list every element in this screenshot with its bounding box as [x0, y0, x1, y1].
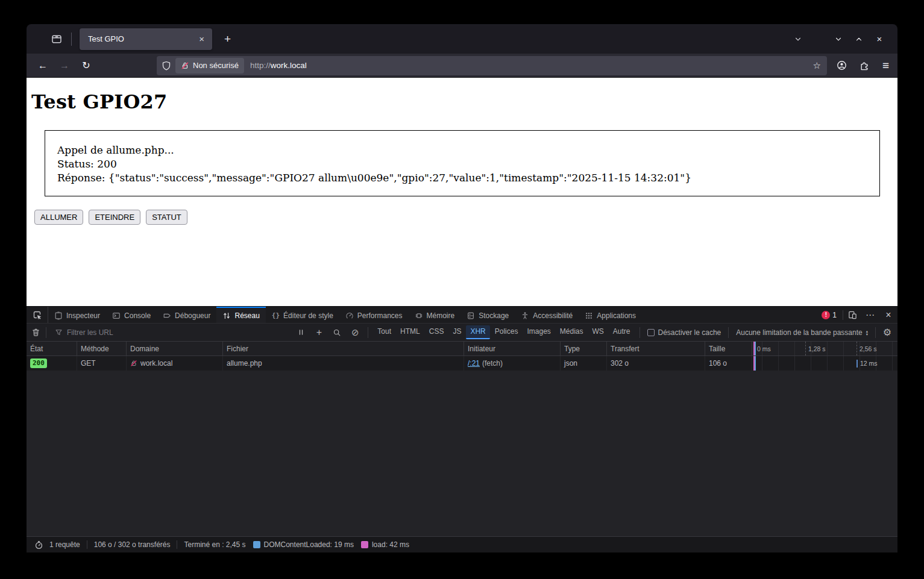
column-header-fichier[interactable]: Fichier: [223, 342, 464, 355]
tracking-protection-shield-icon[interactable]: [162, 61, 171, 70]
pause-recording-button[interactable]: [292, 328, 310, 336]
column-header-taille[interactable]: Taille: [705, 342, 752, 355]
request-row[interactable]: 200 GET work.local allume.php /:21 (fetc…: [27, 356, 897, 371]
devtools-tab-stockage[interactable]: Stockage: [460, 307, 515, 323]
window-minimize-button[interactable]: [834, 34, 843, 44]
devtools-tab-memoire[interactable]: Mémoire: [409, 307, 461, 323]
new-request-button[interactable]: +: [310, 327, 328, 338]
chevron-down-icon: [834, 35, 843, 43]
back-button[interactable]: ←: [34, 57, 52, 74]
pick-element-button[interactable]: [27, 307, 48, 323]
cell-taille: 106 o: [705, 356, 752, 371]
tab-label: Stockage: [479, 311, 509, 320]
url-text: http://work.local: [250, 61, 307, 70]
extensions-button[interactable]: [860, 60, 870, 70]
filter-autre[interactable]: Autre: [609, 325, 635, 339]
waterfall-header[interactable]: 0 ms 1,28 s 2,56 s: [752, 342, 897, 355]
allumer-button[interactable]: ALLUMER: [34, 210, 83, 225]
responsive-design-mode-button[interactable]: [843, 310, 861, 319]
filter-medias[interactable]: Médias: [556, 325, 588, 339]
eteindre-button[interactable]: ETEINDRE: [89, 210, 140, 225]
filter-ws[interactable]: WS: [588, 325, 608, 339]
column-header-methode[interactable]: Méthode: [77, 342, 127, 355]
devtools-panel: Inspecteur Console Débogueur: [27, 306, 897, 552]
transferred-summary: 106 o / 302 o transférés: [94, 540, 171, 549]
cell-domaine: work.local: [127, 356, 223, 371]
security-chip[interactable]: Non sécurisé: [175, 58, 244, 74]
separator: [875, 327, 876, 338]
load-time[interactable]: load: 42 ms: [372, 540, 409, 549]
timeline-mark-0: 0 ms: [757, 342, 771, 355]
devtools-tab-accessibilite[interactable]: Accessibilité: [515, 307, 579, 323]
disable-cache-checkbox[interactable]: [647, 329, 655, 336]
throttling-dropdown[interactable]: Aucune limitation de la bande passante ▴…: [736, 328, 868, 337]
window-maximize-button[interactable]: [854, 34, 864, 44]
performance-icon: [345, 311, 354, 320]
filter-tout[interactable]: Tout: [373, 325, 395, 339]
desktop-background: Test GPIO × + × ← → ↻: [0, 0, 924, 579]
devtools-tab-applications[interactable]: Applications: [579, 307, 642, 323]
filter-css[interactable]: CSS: [425, 325, 448, 339]
block-requests-button[interactable]: ⊘: [346, 327, 364, 338]
list-all-tabs-button[interactable]: [794, 35, 802, 43]
account-icon: [837, 60, 847, 70]
filter-xhr[interactable]: XHR: [466, 325, 489, 339]
column-header-transfert[interactable]: Transfert: [607, 342, 705, 355]
reload-button[interactable]: ↻: [77, 57, 95, 74]
filter-polices[interactable]: Polices: [491, 325, 523, 339]
initiator-link[interactable]: /:21: [468, 359, 480, 368]
account-button[interactable]: [837, 60, 847, 70]
column-header-etat[interactable]: État: [27, 342, 77, 355]
forward-button[interactable]: →: [55, 57, 74, 74]
disable-cache-control[interactable]: Désactiver le cache: [647, 328, 721, 337]
status-badge: 200: [30, 358, 47, 368]
url-filter-input[interactable]: Filtrer les URL: [48, 328, 292, 337]
page-content: Test GPIO27 Appel de allume.php... Statu…: [27, 78, 897, 306]
tab-label: Accessibilité: [533, 311, 573, 320]
filter-js[interactable]: JS: [448, 325, 465, 339]
devtools-tab-console[interactable]: Console: [106, 307, 157, 323]
column-header-domaine[interactable]: Domaine: [127, 342, 223, 355]
new-tab-button[interactable]: +: [221, 33, 234, 46]
devtools-more-menu-button[interactable]: ⋯: [861, 310, 879, 321]
network-settings-button[interactable]: ⚙: [877, 327, 897, 338]
insecure-lock-icon: [130, 360, 137, 367]
window-close-button[interactable]: ×: [875, 34, 884, 44]
statut-button[interactable]: STATUT: [146, 210, 187, 225]
column-header-type[interactable]: Type: [561, 342, 607, 355]
lock-insecure-icon: [181, 61, 189, 70]
devtools-tab-debogueur[interactable]: Débogueur: [157, 307, 216, 323]
timeline-mark-1: 1,28 s: [805, 342, 826, 355]
devtools-tab-performances[interactable]: Performances: [339, 307, 409, 323]
clear-requests-button[interactable]: [27, 328, 45, 337]
domcontentloaded-time[interactable]: DOMContentLoaded: 19 ms: [264, 540, 354, 549]
devtools-tab-reseau[interactable]: Réseau: [216, 307, 265, 323]
accessibility-icon: [521, 311, 529, 320]
page-title: Test GPIO27: [31, 90, 897, 113]
select-arrows-icon: ▴▾: [866, 330, 868, 336]
url-bar[interactable]: Non sécurisé http://work.local ☆: [157, 56, 827, 75]
devtools-tab-editeur-de-style[interactable]: {} Éditeur de style: [266, 307, 339, 323]
url-host: work.local: [271, 61, 307, 70]
app-menu-button[interactable]: ≡: [882, 60, 889, 71]
firefox-view-button[interactable]: [51, 33, 63, 45]
browser-window: Test GPIO × + × ← → ↻: [27, 24, 897, 552]
devtools-tab-inspecteur[interactable]: Inspecteur: [48, 307, 106, 323]
column-header-initiateur[interactable]: Initiateur: [464, 342, 561, 355]
cell-etat: 200: [27, 356, 77, 371]
tab-label: Console: [124, 311, 151, 320]
filter-placeholder: Filtrer les URL: [67, 328, 113, 337]
error-badge[interactable]: !: [822, 311, 830, 319]
domcontentloaded-marker: [755, 356, 756, 371]
bookmark-star-icon[interactable]: ☆: [812, 60, 820, 71]
filter-images[interactable]: Images: [523, 325, 555, 339]
filter-html[interactable]: HTML: [396, 325, 424, 339]
browser-tab[interactable]: Test GPIO ×: [80, 28, 212, 50]
tab-close-icon[interactable]: ×: [197, 34, 206, 44]
devtools-close-button[interactable]: ×: [879, 310, 897, 321]
timing-toggle-button[interactable]: [34, 540, 43, 549]
result-line-call: Appel de allume.php...: [57, 143, 879, 157]
tab-label: Performances: [357, 311, 403, 320]
search-button[interactable]: [328, 328, 346, 337]
cell-fichier: allume.php: [223, 356, 464, 371]
